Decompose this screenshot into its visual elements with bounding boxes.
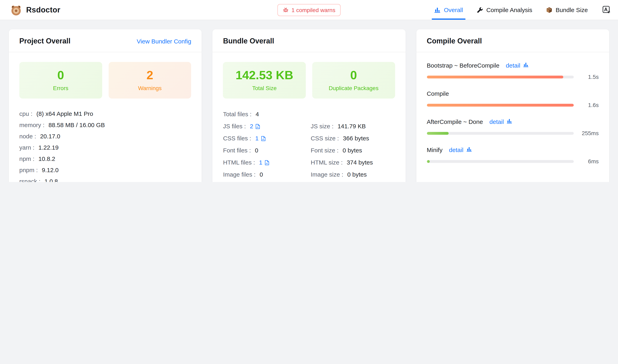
tab-overall-label: Overall — [444, 6, 463, 13]
size-label: JS size — [311, 120, 338, 132]
html-files-link[interactable]: 1 — [259, 156, 270, 169]
info-label: memory — [19, 119, 49, 131]
chart-detail-icon[interactable] — [466, 146, 472, 153]
compiled-warns-badge[interactable]: 1 compiled warns — [277, 4, 341, 16]
project-overall-title: Project Overall — [19, 37, 70, 45]
info-row-cpu: cpu(8) x64 Apple M1 Pro — [19, 108, 191, 119]
info-label: rspack — [19, 176, 44, 182]
files-row-media: Media files0 — [223, 181, 311, 182]
info-label: yarn — [19, 142, 39, 153]
size-value: 0 bytes — [347, 169, 367, 181]
files-row-font: Font files0 — [223, 144, 311, 156]
info-row-pnpm: pnpm9.12.0 — [19, 165, 191, 176]
compile-row-aftercompile: AfterCompile ~ Done detail 255ms — [427, 118, 599, 136]
size-label: Image size — [311, 169, 347, 181]
size-row-media: Media size0 bytes — [311, 181, 395, 182]
info-label: node — [19, 131, 40, 142]
translate-icon[interactable] — [602, 6, 611, 14]
files-label: HTML files — [223, 156, 259, 169]
warnings-stat: 2 Warnings — [108, 62, 191, 99]
tools-icon — [477, 7, 483, 13]
errors-count: 0 — [57, 69, 64, 81]
info-value: 9.12.0 — [42, 165, 59, 176]
tab-bundle-size[interactable]: Bundle Size — [546, 0, 588, 20]
size-row-js: JS size141.79 KB — [311, 120, 395, 132]
info-label: cpu — [19, 108, 36, 119]
warns-badge-label: 1 compiled warns — [291, 7, 335, 13]
rsdoctor-logo-icon — [10, 3, 23, 16]
info-row-npm: npm10.8.2 — [19, 153, 191, 165]
bundle-overall-card: Bundle Overall 142.53 KB Total Size 0 Du… — [213, 29, 406, 182]
stage-duration: 255ms — [579, 130, 599, 136]
files-row-css: CSS files1 — [223, 132, 311, 144]
view-bundler-config-link[interactable]: View Bundler Config — [137, 38, 191, 45]
size-value: 0 bytes — [342, 144, 362, 156]
size-value: 0 bytes — [347, 181, 367, 182]
rsdoctor-app: Rsdoctor 1 compiled warns — [0, 0, 618, 182]
file-chart-icon — [261, 136, 266, 141]
compile-stage-label: Minify — [427, 146, 442, 153]
brand[interactable]: Rsdoctor — [10, 3, 60, 16]
files-label: JS files — [223, 120, 250, 132]
compile-stage-label: Bootstrap ~ BeforeCompile — [427, 62, 499, 69]
file-chart-icon — [255, 124, 261, 129]
package-icon — [546, 7, 552, 13]
files-row-image: Image files0 — [223, 169, 311, 181]
top-navbar: Rsdoctor 1 compiled warns — [0, 0, 618, 20]
size-label: Font size — [311, 144, 342, 156]
detail-link[interactable]: detail — [449, 146, 463, 153]
files-label: Total files — [223, 108, 256, 120]
bundle-sizes-list: JS size141.79 KB CSS size366 bytes Font … — [311, 120, 395, 182]
progress-bar — [427, 160, 574, 163]
files-value: 1 — [255, 132, 259, 144]
compile-row-bootstrap: Bootstrap ~ BeforeCompile detail 1.5s — [427, 62, 599, 80]
files-row-total: Total files4 — [223, 108, 311, 120]
size-row-html: HTML size374 bytes — [311, 156, 395, 169]
info-label: npm — [19, 153, 39, 165]
progress-bar — [427, 75, 574, 78]
bug-icon — [283, 7, 289, 13]
project-overall-card: Project Overall View Bundler Config 0 Er… — [9, 29, 202, 182]
files-value: 0 — [260, 169, 263, 181]
duplicate-packages-stat: 0 Duplicate Packages — [312, 62, 395, 99]
size-label: Media size — [311, 181, 347, 182]
files-label: Font files — [223, 144, 255, 156]
compile-stage-label: Compile — [427, 90, 449, 97]
detail-link[interactable]: detail — [489, 118, 504, 125]
files-value: 0 — [255, 144, 258, 156]
info-row-memory: memory88.58 MB / 16.00 GB — [19, 119, 191, 131]
chart-detail-icon[interactable] — [507, 118, 512, 125]
chart-detail-icon[interactable] — [523, 62, 529, 69]
files-value: 4 — [255, 108, 259, 120]
js-files-link[interactable]: 2 — [250, 120, 261, 132]
main-content: Project Overall View Bundler Config 0 Er… — [0, 20, 618, 182]
tab-compile-analysis[interactable]: Compile Analysis — [477, 0, 532, 20]
info-value: 10.8.2 — [39, 153, 55, 165]
project-info-list: cpu(8) x64 Apple M1 Pro memory88.58 MB /… — [19, 108, 191, 182]
info-value: 1.22.19 — [39, 142, 59, 153]
warnings-count: 2 — [146, 69, 153, 81]
bar-chart-icon — [434, 7, 441, 13]
compile-row-minify: Minify detail 6ms — [427, 146, 599, 165]
detail-link[interactable]: detail — [506, 62, 520, 69]
size-row-css: CSS size366 bytes — [311, 132, 395, 144]
files-value: 2 — [250, 120, 253, 132]
info-label: pnpm — [19, 165, 42, 176]
file-chart-icon — [264, 160, 270, 165]
files-label: Image files — [223, 169, 260, 181]
css-files-link[interactable]: 1 — [255, 132, 266, 144]
tab-overall[interactable]: Overall — [434, 0, 463, 20]
duplicate-packages-value: 0 — [350, 69, 357, 81]
files-label: CSS files — [223, 132, 255, 144]
files-row-js: JS files2 — [223, 120, 311, 132]
nav-menu: Overall Compile Analysis — [434, 0, 611, 20]
tab-bundle-size-label: Bundle Size — [556, 6, 588, 13]
info-value: 88.58 MB / 16.00 GB — [49, 119, 105, 131]
progress-bar — [427, 104, 574, 106]
size-value: 366 bytes — [343, 132, 369, 144]
size-label: CSS size — [311, 132, 343, 144]
compile-stage-label: AfterCompile ~ Done — [427, 118, 483, 125]
compile-overall-title: Compile Overall — [427, 37, 482, 45]
size-row-font: Font size0 bytes — [311, 144, 395, 156]
size-label: HTML size — [311, 156, 347, 169]
